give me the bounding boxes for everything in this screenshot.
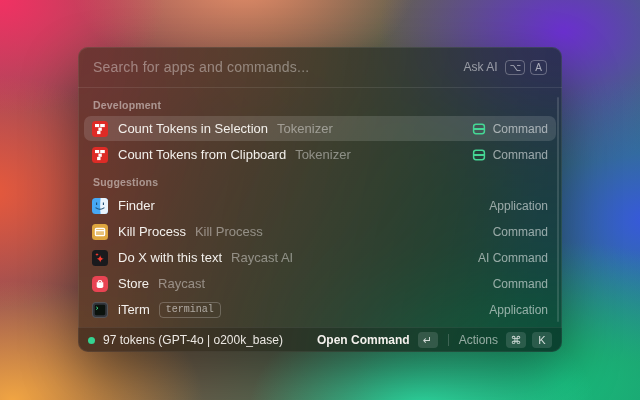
item-title: Do X with this text	[118, 250, 222, 265]
list-item[interactable]: iTermterminalApplication	[84, 297, 556, 322]
ask-ai-hint[interactable]: Ask AI ⌥ A	[463, 60, 547, 75]
item-accessory: Command	[472, 148, 548, 162]
token-count-text: 97 tokens (GPT-4o | o200k_base)	[103, 333, 283, 347]
item-subtitle: Tokenizer	[295, 147, 351, 162]
command-icon	[472, 122, 486, 136]
a-key-badge: A	[530, 60, 547, 75]
item-accessory: Command	[493, 277, 548, 291]
command-key-badge[interactable]: ⌘	[506, 332, 526, 348]
item-type-label: Application	[489, 199, 548, 213]
open-command-button[interactable]: Open Command	[317, 333, 410, 347]
item-accessory: AI Command	[478, 251, 548, 265]
section-header-development: Development	[84, 91, 556, 116]
section-header-suggestions: Suggestions	[84, 168, 556, 193]
item-accessory: Command	[472, 122, 548, 136]
item-title: Count Tokens from Clipboard	[118, 147, 286, 162]
item-type-label: Command	[493, 122, 548, 136]
list-item[interactable]: Count Tokens from ClipboardTokenizerComm…	[84, 142, 556, 167]
results-list: DevelopmentCount Tokens in SelectionToke…	[78, 89, 562, 327]
actions-button[interactable]: Actions	[459, 333, 498, 347]
item-accessory: Application	[489, 303, 548, 317]
item-accessory: Application	[489, 199, 548, 213]
status-divider	[448, 334, 449, 346]
item-type-label: AI Command	[478, 251, 548, 265]
option-key-badge: ⌥	[505, 60, 525, 75]
item-subtitle: Kill Process	[195, 224, 263, 239]
status-right: Open Command ↵ Actions ⌘ K	[317, 332, 552, 348]
list-item[interactable]: Kill ProcessKill ProcessCommand	[84, 219, 556, 244]
list-item[interactable]: Do X with this textRaycast AIAI Command	[84, 245, 556, 270]
item-subtitle: Raycast	[158, 276, 205, 291]
status-left: 97 tokens (GPT-4o | o200k_base)	[88, 333, 317, 347]
k-key-badge[interactable]: K	[532, 332, 552, 348]
item-title: Count Tokens in Selection	[118, 121, 268, 136]
item-title: iTerm	[118, 302, 150, 317]
item-title: Store	[118, 276, 149, 291]
finder-icon	[92, 198, 108, 214]
item-type-label: Command	[493, 225, 548, 239]
item-subtitle: Tokenizer	[277, 121, 333, 136]
list-item[interactable]: FinderApplication	[84, 193, 556, 218]
item-type-label: Application	[489, 303, 548, 317]
ask-ai-label: Ask AI	[463, 60, 497, 74]
search-input[interactable]: Search for apps and commands...	[93, 59, 463, 75]
item-type-label: Command	[493, 277, 548, 291]
return-key-badge[interactable]: ↵	[418, 332, 438, 348]
store-icon	[92, 276, 108, 292]
item-subtitle: Raycast AI	[231, 250, 293, 265]
raycast-window: Search for apps and commands... Ask AI ⌥…	[78, 47, 562, 352]
search-bar: Search for apps and commands... Ask AI ⌥…	[78, 47, 562, 88]
item-title: Kill Process	[118, 224, 186, 239]
item-title: Finder	[118, 198, 155, 213]
kill-process-icon	[92, 224, 108, 240]
raycast-ai-icon	[92, 250, 108, 266]
status-bar: 97 tokens (GPT-4o | o200k_base) Open Com…	[78, 327, 562, 352]
list-item[interactable]: Count Tokens in SelectionTokenizerComman…	[84, 116, 556, 141]
scrollbar[interactable]	[557, 97, 559, 322]
item-tag: terminal	[159, 302, 221, 318]
iterm-icon	[92, 302, 108, 318]
tokenizer-icon	[92, 147, 108, 163]
list-item[interactable]: StoreRaycastCommand	[84, 271, 556, 296]
command-icon	[472, 148, 486, 162]
item-accessory: Command	[493, 225, 548, 239]
status-dot-icon	[88, 337, 95, 344]
tokenizer-icon	[92, 121, 108, 137]
item-type-label: Command	[493, 148, 548, 162]
